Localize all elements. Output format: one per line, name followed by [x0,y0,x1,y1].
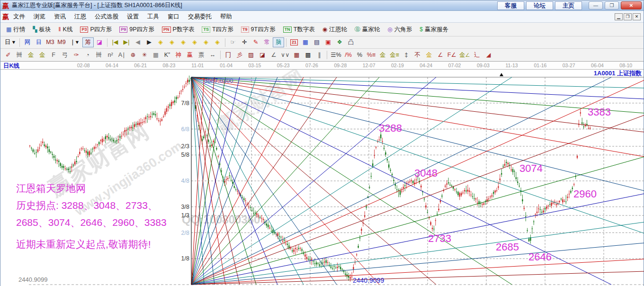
notes-icon-button[interactable]: ▤ [311,37,322,47]
gann-box-tool-button[interactable]: ▨ [245,50,257,60]
n2-tool-button[interactable]: n² [105,50,116,60]
time-circle-tool-button[interactable]: ◔ [82,50,93,60]
9t-square-button[interactable]: T99T四方形 [237,24,279,35]
t-number-table-button[interactable]: TNT数字表 [279,24,319,35]
restore-button[interactable]: ❐ [605,1,619,9]
marker-tool-button[interactable]: 常 [261,37,273,47]
angle-gold-tool-button[interactable]: 金∠ [458,50,472,60]
gold-levels-tool-button[interactable]: 金≡ [388,50,401,60]
diamond-right-button-button[interactable]: ◈ [166,37,178,47]
winner-service-button[interactable]: $赢家服务 [416,24,452,35]
menu-item[interactable]: 帮助 [216,11,236,22]
menu-item[interactable]: 设置 [123,11,143,22]
time-ruler-tool-button[interactable]: 卌 [93,50,105,60]
menu-item[interactable]: 交易委托 [184,11,216,22]
pen-tool-button[interactable]: ✎ [250,37,261,47]
win-tool-button[interactable]: 赢 [184,50,196,60]
close-button[interactable]: ✕ [621,1,642,9]
prev-bar-button-button[interactable]: ◀ [132,37,143,47]
homepage-button[interactable]: 主页 [555,1,582,10]
f-line-tool-button[interactable]: F [48,50,59,60]
width-tool-button[interactable]: ↔ [207,50,218,60]
text-tool-button[interactable]: A∣ [116,50,127,60]
p-square-button[interactable]: P3P四方形 [76,24,116,35]
frame-tool-button[interactable]: 冂 [223,50,234,60]
menu-item[interactable]: 公式选股 [90,11,123,22]
angle-four-tool-button[interactable]: ◢ [483,50,494,60]
menu-item[interactable]: 江恩 [70,11,90,22]
sectors-button[interactable]: ▚板块 [29,24,54,35]
chart-canvas[interactable]: 赢家财富网www.yingjia360.com赢家财富网QQ:100800360… [0,70,644,286]
dark-grid-tool-button[interactable]: ▩ [302,50,313,60]
histogram-icon-button[interactable]: ◪ [94,37,105,47]
last-bar-button-button[interactable]: ▶| [121,37,132,47]
shaded-box-tool-button[interactable]: ◪ [257,50,268,60]
percent-levels-tool-button[interactable]: %≡ [366,50,377,60]
quotes-button[interactable]: ▦行情 [2,24,29,35]
percent-tool-button[interactable]: % [354,50,366,60]
ticket-tool-button[interactable]: 票 [196,50,207,60]
period-selector-button[interactable]: 日 ▾ [2,37,18,47]
parallel-tool-button[interactable]: ∥ [313,50,325,60]
gold-section-tool-button[interactable]: 金 [25,50,36,60]
menu-item[interactable]: 浏览 [29,11,50,22]
export-icon-button[interactable]: ❖ [334,37,345,47]
menu-item[interactable]: 工具 [143,11,163,22]
print-icon-button[interactable]: 凸 [345,37,357,47]
next-bar-button-button[interactable]: ▶ [143,37,155,47]
diamond-expand-button-button[interactable]: ◈ [200,37,212,47]
minimize-button[interactable]: — [589,1,603,9]
brush-tool-button[interactable]: ✑ [71,50,82,60]
percent-list-tool-button[interactable]: ☰% [329,50,342,60]
gann-circle-tool-button[interactable]: ⊕ [127,50,139,60]
winner-wheel-button[interactable]: Ⓑ赢家轮 [351,24,384,35]
band-tool-button[interactable]: 卌 [14,50,25,60]
gold-section2-tool-button[interactable]: 金 [36,50,48,60]
grid-percent-tool-button[interactable]: 不 [412,50,423,60]
pencil-tool-button[interactable]: ✐ [2,50,14,60]
gann-wheel-button[interactable]: ◉江恩轮 [319,24,351,35]
pattern-window-icon-button[interactable]: 网 [22,37,33,47]
forum-button[interactable]: 论坛 [526,1,553,10]
calculator-icon-button[interactable]: ▦ [300,37,311,47]
menu-item[interactable]: 窗口 [163,11,184,22]
grid-tool-button[interactable]: ▦ [150,50,161,60]
t-square-button[interactable]: TST四方形 [198,24,237,35]
mdi-close-button[interactable]: ✕ [633,13,641,20]
gold-circle-tool-button[interactable]: 金 [377,50,388,60]
spiral-tool-button[interactable]: 弓 [59,50,71,60]
angle-speed-tool-button[interactable]: 辶 [472,50,483,60]
mdi-minimize-button[interactable]: ▁ [615,13,623,20]
menu-item[interactable]: 文件 [9,11,29,22]
angle-f-tool-button[interactable]: F∠ [446,50,458,60]
diamond-left-button-button[interactable]: ◈ [155,37,166,47]
zigzag-tool-button[interactable]: ∨∨ [279,50,291,60]
chip-distribution-icon-button[interactable]: 筹 [82,37,94,47]
shen-tool-button[interactable]: 神 [173,50,184,60]
menu-item[interactable]: 资讯 [50,11,70,22]
kline-button[interactable]: ‖K线 [55,24,77,35]
brain-tool-button[interactable]: 脑 [273,37,284,47]
candle-style-selector-button[interactable]: ∣ ▾ [67,37,82,47]
diamond-h-button-button[interactable]: ◈ [178,37,189,47]
k-mark-tool-button[interactable]: K” [161,50,173,60]
hexagon-button[interactable]: ◎六角形 [384,24,416,35]
first-bar-button-button[interactable]: |◀ [109,37,121,47]
gann-star-tool-button[interactable]: ✳ [139,50,150,60]
angle-j-tool-button[interactable]: ∠ [435,50,446,60]
mdi-restore-button[interactable]: ❐ [624,13,632,20]
customer-service-button[interactable]: 客服 [497,1,524,10]
wave-9-icon-button[interactable]: M9 [56,37,67,47]
needle-tool-button[interactable]: ‡ [401,50,412,60]
p-number-table-button[interactable]: PNP数字表 [158,24,198,35]
hand-tool-button[interactable]: ☞ [227,37,239,47]
save-icon-button[interactable]: ▣ [322,37,334,47]
dense-grid-tool-button[interactable]: ▦ [291,50,302,60]
fan-rays-tool-button[interactable]: 彡 [234,50,245,60]
calendar-icon-button[interactable]: 21 [288,37,300,47]
diamond-compress-button-button[interactable]: ◈ [189,37,200,47]
gold-angle-tool-button[interactable]: 金 [423,50,435,60]
list-window-icon-button[interactable]: 目 [33,37,45,47]
9p-square-button[interactable]: P99P四方形 [116,24,158,35]
crosshair-tool-button[interactable]: ✛ [239,37,250,47]
